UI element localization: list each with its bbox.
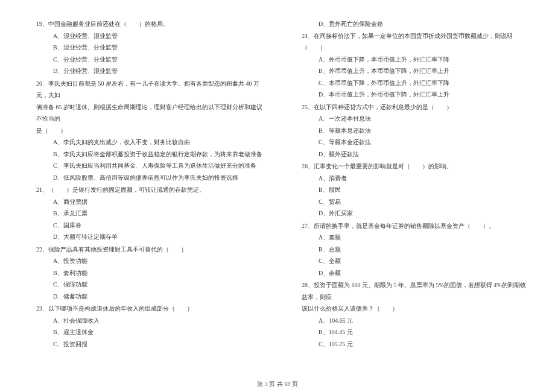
- question-text: 28、投资于面额为 100 元、期限为 5 年、息票率为 5%的国债，若想获得 …: [302, 279, 531, 303]
- option-a: A、104.65 元: [302, 315, 531, 327]
- option-c: C、贸易: [302, 196, 531, 208]
- option-d: D、额外还款法: [302, 148, 531, 160]
- option-a: A、商业票据: [36, 196, 265, 208]
- question-28: 28、投资于面额为 100 元、期限为 5 年、息票率为 5%的国债，若想获得 …: [302, 279, 531, 350]
- option-b: B、股民: [302, 184, 531, 196]
- option-d: D、储蓄功能: [36, 291, 265, 303]
- option-c: C、105.25 元: [302, 338, 531, 350]
- left-column: 19、中国金融服务业目前还处在（ ）的格局。 A、混业经营、混业监管 B、混业经…: [36, 18, 265, 350]
- question-25: 25、在以下四种还贷方式中，还款利息最少的是（ ） A、一次还本付息法 B、等额…: [302, 101, 531, 160]
- option-c: C、国库券: [36, 220, 265, 232]
- option-c: C、全额: [302, 255, 531, 267]
- question-23: 23、以下哪项不是构成退休后的年收入的组成部分（ ） A、社会保障收入 B、雇主…: [36, 303, 265, 350]
- option-c: C、本币币值下降，外币币值上升，外汇汇率下降: [302, 77, 531, 89]
- option-b: B、104.45 元: [302, 326, 531, 338]
- question-text: 24、在间接标价法下，如果一定单位的本国货币折成外国货币数额减少，则说明（ ）: [302, 30, 531, 54]
- option-d: D、意外死亡的保险金赔: [302, 18, 531, 30]
- right-column: D、意外死亡的保险金赔 24、在间接标价法下，如果一定单位的本国货币折成外国货币…: [302, 18, 531, 350]
- option-a: A、外币币值下降，本币币值上升，外汇汇率下降: [302, 54, 531, 66]
- option-a: A、投资功能: [36, 255, 265, 267]
- question-19: 19、中国金融服务业目前还处在（ ）的格局。 A、混业经营、混业监管 B、混业经…: [36, 18, 265, 77]
- question-text: 20、李氏夫妇目前都是 50 岁左右，有一儿子在读大学。拥有各类型态的积蓄共 4…: [36, 78, 265, 101]
- question-text: 23、以下哪项不是构成退休后的年收入的组成部分（ ）: [36, 303, 265, 315]
- question-text: 26、汇率变化一个最重要的影响就是对（ ）的影响。: [302, 160, 531, 172]
- option-d: D、分业经营、混业监管: [36, 65, 265, 77]
- question-text: 27、所谓的换手率，就是基金每年证券的销售额除以基金资产（ ）。: [302, 220, 531, 232]
- question-text: 19、中国金融服务业目前还处在（ ）的格局。: [36, 18, 265, 30]
- option-b: B、承兑汇票: [36, 207, 265, 220]
- option-d: D、外汇买家: [302, 207, 531, 220]
- question-24: 24、在间接标价法下，如果一定单位的本国货币折成外国货币数额减少，则说明（ ） …: [302, 30, 531, 101]
- option-a: A、一次还本付息法: [302, 113, 531, 125]
- question-21: 21、（ ）是银行发行的固定面额，可转让流通的存款凭证。 A、商业票据 B、承兑…: [36, 184, 265, 243]
- question-20: 20、李氏夫妇目前都是 50 岁左右，有一儿子在读大学。拥有各类型态的积蓄共 4…: [36, 78, 265, 184]
- option-b: B、混业经营、分业监管: [36, 42, 265, 54]
- option-b: B、外币币值上升，本币币值下降，外汇汇率上升: [302, 65, 531, 77]
- option-c: C、等额本金还款法: [302, 136, 531, 148]
- question-26: 26、汇率变化一个最重要的影响就是对（ ）的影响。 A、消费者 B、股民 C、贸…: [302, 160, 531, 220]
- question-text: 25、在以下四种还贷方式中，还款利息最少的是（ ）: [302, 101, 531, 113]
- question-22: 22、保险产品具有其他投资理财工具不可替代的（ ） A、投资功能 B、套利功能 …: [36, 244, 265, 303]
- option-c: C、李氏夫妇应当利用共同基金、人寿保险等工具为退休生活做好充分的准备: [36, 160, 265, 172]
- option-c: C、投资回报: [36, 338, 265, 350]
- option-a: A、混业经营、混业监管: [36, 30, 265, 42]
- option-d: D、余额: [302, 267, 531, 279]
- option-b: B、李氏夫妇应将全部积蓄投资于收益稳定的银行定期存款，为将来养老做准备: [36, 148, 265, 160]
- option-b: B、等额本息还款法: [302, 125, 531, 137]
- option-c: C、分业经营、分业监管: [36, 54, 265, 66]
- page-footer: 第 3 页 共 18 页: [0, 380, 555, 388]
- option-d: D、本币币值上升，外币币值下降，外汇汇率上升: [302, 89, 531, 101]
- option-b: B、总额: [302, 244, 531, 256]
- question-27: 27、所谓的换手率，就是基金每年证券的销售额除以基金资产（ ）。 A、差额 B、…: [302, 220, 531, 279]
- option-d: D、大额可转让定期存单: [36, 231, 265, 243]
- question-text-cont: 俩准备 65 岁时退休。则根据生命周期理论，理财客户经理给出的以下理财分析和建议…: [36, 101, 265, 125]
- question-text-cont: 该以什么价格买入该债券？（ ）: [302, 303, 531, 315]
- option-a: A、差额: [302, 232, 531, 244]
- option-c: C、保障功能: [36, 279, 265, 291]
- question-text: 21、（ ）是银行发行的固定面额，可转让流通的存款凭证。: [36, 184, 265, 196]
- option-d: D、低风险股票、高信用等级的债券依然可以作为李氏夫妇的投资选择: [36, 172, 265, 184]
- option-a: A、李氏夫妇的支出减少，收入不变，财务比较自由: [36, 136, 265, 148]
- question-text: 22、保险产品具有其他投资理财工具不可替代的（ ）: [36, 244, 265, 256]
- option-b: B、雇主退休金: [36, 326, 265, 338]
- question-text-cont: 是（ ）: [36, 125, 265, 137]
- option-b: B、套利功能: [36, 267, 265, 279]
- option-a: A、消费者: [302, 172, 531, 185]
- option-a: A、社会保障收入: [36, 315, 265, 327]
